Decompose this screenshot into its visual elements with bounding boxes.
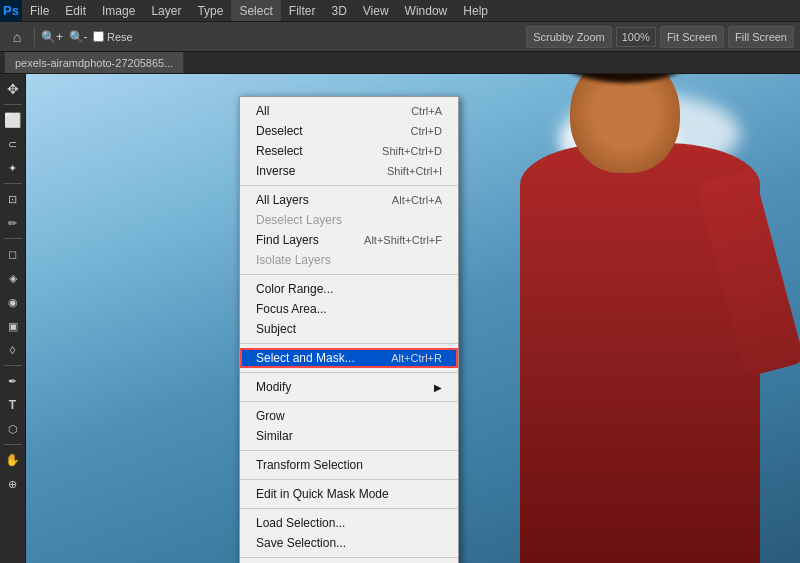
menu-similar[interactable]: Similar [240, 426, 458, 446]
crop-tool[interactable]: ⊡ [2, 188, 24, 210]
eraser-tool[interactable]: ◉ [2, 291, 24, 313]
sep-8 [240, 508, 458, 509]
menu-grow-label: Grow [256, 409, 285, 423]
menu-modify-arrow: ▶ [434, 382, 442, 393]
menu-image[interactable]: Image [94, 0, 143, 21]
lasso-tool[interactable]: ⊂ [2, 133, 24, 155]
person-head [570, 74, 680, 173]
sep-5 [240, 401, 458, 402]
tool-sep-4 [4, 365, 22, 366]
options-toolbar: ⌂ 🔍+ 🔍- Rese Scrubby Zoom 100% Fit Scree… [0, 22, 800, 52]
menu-deselect-layers-label: Deselect Layers [256, 213, 342, 227]
zoom-out-btn[interactable]: 🔍- [67, 26, 89, 48]
menu-select-and-mask-label: Select and Mask... [256, 351, 355, 365]
sep-7 [240, 479, 458, 480]
menu-transform-selection[interactable]: Transform Selection [240, 455, 458, 475]
menu-edit-quick-mask-label: Edit in Quick Mask Mode [256, 487, 389, 501]
menu-reselect[interactable]: Reselect Shift+Ctrl+D [240, 141, 458, 161]
move-tool[interactable]: ✥ [2, 78, 24, 100]
menu-all[interactable]: All Ctrl+A [240, 101, 458, 121]
menu-view[interactable]: View [355, 0, 397, 21]
person-body [520, 143, 760, 563]
marquee-tool[interactable]: ⬜ [2, 109, 24, 131]
sep-4 [240, 372, 458, 373]
canvas-area: All Ctrl+A Deselect Ctrl+D Reselect Shif… [26, 74, 800, 563]
menu-layer[interactable]: Layer [143, 0, 189, 21]
menu-color-range-label: Color Range... [256, 282, 333, 296]
menu-modify[interactable]: Modify ▶ [240, 377, 458, 397]
home-btn[interactable]: ⌂ [6, 26, 28, 48]
sep-1 [240, 185, 458, 186]
menu-find-layers-label: Find Layers [256, 233, 319, 247]
menu-select[interactable]: Select [231, 0, 280, 21]
fill-screen-btn[interactable]: Fill Screen [728, 26, 794, 48]
sep-2 [240, 274, 458, 275]
menu-all-layers[interactable]: All Layers Alt+Ctrl+A [240, 190, 458, 210]
main-area: ✥ ⬜ ⊂ ✦ ⊡ ✏ ◻ ◈ ◉ ▣ ◊ ✒ T ⬡ ✋ ⊕ [0, 74, 800, 563]
zoom-canvas-tool[interactable]: ⊕ [2, 473, 24, 495]
document-tab[interactable]: pexels-airamdphoto-27205865... [4, 52, 184, 73]
menu-window[interactable]: Window [397, 0, 456, 21]
menu-inverse-shortcut: Shift+Ctrl+I [387, 165, 442, 177]
menu-reselect-label: Reselect [256, 144, 303, 158]
menu-all-layers-shortcut: Alt+Ctrl+A [392, 194, 442, 206]
menu-isolate-layers-label: Isolate Layers [256, 253, 331, 267]
menu-edit[interactable]: Edit [57, 0, 94, 21]
menu-file[interactable]: File [22, 0, 57, 21]
zoom-in-btn[interactable]: 🔍+ [41, 26, 63, 48]
menu-grow[interactable]: Grow [240, 406, 458, 426]
menu-3d[interactable]: 3D [323, 0, 354, 21]
hand-tool[interactable]: ✋ [2, 449, 24, 471]
menu-help[interactable]: Help [455, 0, 496, 21]
menu-subject-label: Subject [256, 322, 296, 336]
magic-wand-tool[interactable]: ✦ [2, 157, 24, 179]
resample-label: Rese [107, 31, 133, 43]
menu-select-and-mask[interactable]: Select and Mask... Alt+Ctrl+R [240, 348, 458, 368]
sep1 [34, 27, 35, 47]
menu-all-layers-label: All Layers [256, 193, 309, 207]
menu-all-label: All [256, 104, 269, 118]
menu-deselect-label: Deselect [256, 124, 303, 138]
resample-check[interactable]: Rese [93, 31, 133, 43]
pen-tool[interactable]: ✒ [2, 370, 24, 392]
dodge-tool[interactable]: ◊ [2, 339, 24, 361]
menu-focus-area[interactable]: Focus Area... [240, 299, 458, 319]
menu-inverse[interactable]: Inverse Shift+Ctrl+I [240, 161, 458, 181]
select-dropdown-menu: All Ctrl+A Deselect Ctrl+D Reselect Shif… [239, 96, 459, 563]
menu-focus-area-label: Focus Area... [256, 302, 327, 316]
app-icon: Ps [0, 0, 22, 22]
menu-deselect[interactable]: Deselect Ctrl+D [240, 121, 458, 141]
menu-filter[interactable]: Filter [281, 0, 324, 21]
menu-select-and-mask-shortcut: Alt+Ctrl+R [391, 352, 442, 364]
scrubby-zoom-btn[interactable]: Scrubby Zoom [526, 26, 612, 48]
clone-tool[interactable]: ◈ [2, 267, 24, 289]
menu-find-layers[interactable]: Find Layers Alt+Shift+Ctrl+F [240, 230, 458, 250]
shape-tool[interactable]: ⬡ [2, 418, 24, 440]
tool-sep-3 [4, 238, 22, 239]
menu-load-selection[interactable]: Load Selection... [240, 513, 458, 533]
tool-sep-5 [4, 444, 22, 445]
menu-deselect-shortcut: Ctrl+D [411, 125, 442, 137]
menu-save-selection[interactable]: Save Selection... [240, 533, 458, 553]
menu-bar: Ps File Edit Image Layer Type Select Fil… [0, 0, 800, 22]
menu-save-selection-label: Save Selection... [256, 536, 346, 550]
menu-subject[interactable]: Subject [240, 319, 458, 339]
menu-deselect-layers: Deselect Layers [240, 210, 458, 230]
eyedropper-tool[interactable]: ✏ [2, 212, 24, 234]
fit-screen-btn[interactable]: Fit Screen [660, 26, 724, 48]
menu-type[interactable]: Type [189, 0, 231, 21]
menu-reselect-shortcut: Shift+Ctrl+D [382, 145, 442, 157]
tool-sep-1 [4, 104, 22, 105]
menu-transform-selection-label: Transform Selection [256, 458, 363, 472]
tab-bar: pexels-airamdphoto-27205865... [0, 52, 800, 74]
menu-isolate-layers: Isolate Layers [240, 250, 458, 270]
gradient-tool[interactable]: ▣ [2, 315, 24, 337]
text-tool[interactable]: T [2, 394, 24, 416]
left-toolbar: ✥ ⬜ ⊂ ✦ ⊡ ✏ ◻ ◈ ◉ ▣ ◊ ✒ T ⬡ ✋ ⊕ [0, 74, 26, 563]
brush-tool[interactable]: ◻ [2, 243, 24, 265]
menu-color-range[interactable]: Color Range... [240, 279, 458, 299]
zoom-level: 100% [616, 27, 656, 47]
sep-6 [240, 450, 458, 451]
menu-modify-label: Modify [256, 380, 291, 394]
menu-edit-quick-mask[interactable]: Edit in Quick Mask Mode [240, 484, 458, 504]
